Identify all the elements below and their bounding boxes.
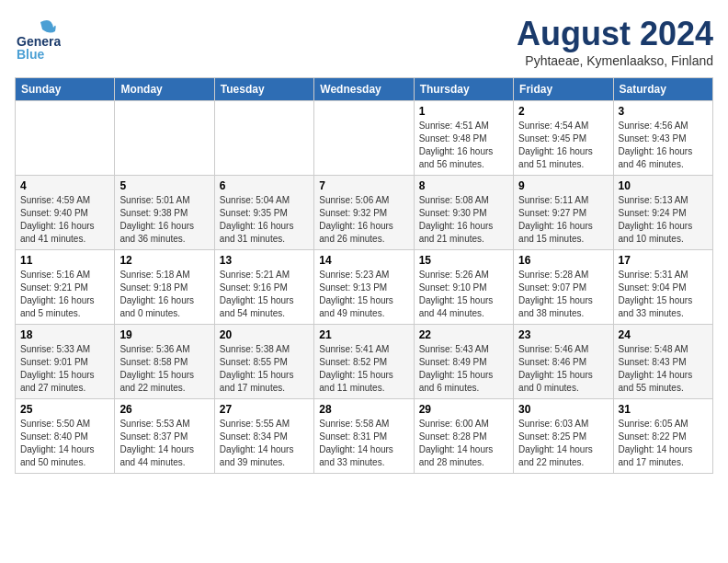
- day-cell: 2Sunrise: 4:54 AM Sunset: 9:45 PM Daylig…: [514, 101, 613, 176]
- day-info: Sunrise: 5:48 AM Sunset: 8:43 PM Dayligh…: [619, 343, 708, 395]
- day-cell: 25Sunrise: 5:50 AM Sunset: 8:40 PM Dayli…: [16, 399, 115, 474]
- day-cell: 11Sunrise: 5:16 AM Sunset: 9:21 PM Dayli…: [16, 250, 115, 325]
- day-number: 31: [619, 403, 708, 416]
- title-block: August 2024 Pyhtaeae, Kymenlaakso, Finla…: [517, 15, 713, 68]
- day-number: 14: [319, 254, 408, 267]
- day-number: 27: [220, 403, 309, 416]
- day-cell: 18Sunrise: 5:33 AM Sunset: 9:01 PM Dayli…: [16, 325, 115, 399]
- day-cell: 17Sunrise: 5:31 AM Sunset: 9:04 PM Dayli…: [613, 250, 712, 325]
- day-info: Sunrise: 5:26 AM Sunset: 9:10 PM Dayligh…: [419, 269, 508, 320]
- day-info: Sunrise: 5:18 AM Sunset: 9:18 PM Dayligh…: [119, 269, 209, 320]
- day-number: 28: [319, 403, 408, 416]
- day-number: 12: [119, 254, 209, 267]
- day-info: Sunrise: 5:33 AM Sunset: 9:01 PM Dayligh…: [20, 343, 109, 395]
- weekday-header-thursday: Thursday: [414, 78, 513, 101]
- day-cell: 28Sunrise: 5:58 AM Sunset: 8:31 PM Dayli…: [314, 399, 414, 474]
- day-info: Sunrise: 5:50 AM Sunset: 8:40 PM Dayligh…: [20, 418, 109, 469]
- day-number: 26: [119, 403, 209, 416]
- day-number: 17: [619, 254, 708, 267]
- day-info: Sunrise: 4:56 AM Sunset: 9:43 PM Dayligh…: [619, 120, 708, 171]
- day-info: Sunrise: 5:23 AM Sunset: 9:13 PM Dayligh…: [319, 269, 408, 320]
- day-cell: 12Sunrise: 5:18 AM Sunset: 9:18 PM Dayli…: [115, 250, 214, 325]
- day-number: 22: [419, 328, 508, 341]
- weekday-header-wednesday: Wednesday: [314, 78, 414, 101]
- day-cell: 21Sunrise: 5:41 AM Sunset: 8:52 PM Dayli…: [314, 325, 414, 399]
- day-number: 9: [518, 179, 608, 192]
- day-cell: [314, 101, 414, 176]
- day-cell: [214, 101, 313, 176]
- week-row-5: 25Sunrise: 5:50 AM Sunset: 8:40 PM Dayli…: [16, 399, 713, 474]
- week-row-1: 1Sunrise: 4:51 AM Sunset: 9:48 PM Daylig…: [16, 101, 713, 176]
- week-row-4: 18Sunrise: 5:33 AM Sunset: 9:01 PM Dayli…: [16, 325, 713, 399]
- day-cell: 5Sunrise: 5:01 AM Sunset: 9:38 PM Daylig…: [115, 176, 214, 250]
- day-info: Sunrise: 5:43 AM Sunset: 8:49 PM Dayligh…: [419, 343, 508, 395]
- calendar-table: SundayMondayTuesdayWednesdayThursdayFrid…: [15, 77, 713, 474]
- day-cell: 6Sunrise: 5:04 AM Sunset: 9:35 PM Daylig…: [214, 176, 313, 250]
- day-number: 11: [20, 254, 109, 267]
- day-info: Sunrise: 5:04 AM Sunset: 9:35 PM Dayligh…: [220, 194, 309, 246]
- day-info: Sunrise: 4:51 AM Sunset: 9:48 PM Dayligh…: [419, 120, 508, 171]
- day-cell: 26Sunrise: 5:53 AM Sunset: 8:37 PM Dayli…: [115, 399, 214, 474]
- day-info: Sunrise: 5:08 AM Sunset: 9:30 PM Dayligh…: [419, 194, 508, 246]
- day-number: 10: [619, 179, 708, 192]
- day-info: Sunrise: 6:00 AM Sunset: 8:28 PM Dayligh…: [419, 418, 508, 469]
- day-cell: [16, 101, 115, 176]
- day-number: 19: [119, 328, 209, 341]
- month-year-title: August 2024: [517, 15, 713, 53]
- day-info: Sunrise: 5:53 AM Sunset: 8:37 PM Dayligh…: [119, 418, 209, 469]
- weekday-header-row: SundayMondayTuesdayWednesdayThursdayFrid…: [16, 78, 713, 101]
- day-info: Sunrise: 5:46 AM Sunset: 8:46 PM Dayligh…: [518, 343, 608, 395]
- day-cell: 8Sunrise: 5:08 AM Sunset: 9:30 PM Daylig…: [414, 176, 513, 250]
- day-cell: 23Sunrise: 5:46 AM Sunset: 8:46 PM Dayli…: [514, 325, 613, 399]
- logo: GeneralBlue: [15, 15, 61, 61]
- day-number: 23: [518, 328, 608, 341]
- day-cell: 7Sunrise: 5:06 AM Sunset: 9:32 PM Daylig…: [314, 176, 414, 250]
- day-number: 6: [220, 179, 309, 192]
- day-cell: 16Sunrise: 5:28 AM Sunset: 9:07 PM Dayli…: [514, 250, 613, 325]
- day-number: 30: [518, 403, 608, 416]
- day-number: 3: [619, 105, 708, 118]
- day-number: 29: [419, 403, 508, 416]
- day-info: Sunrise: 5:41 AM Sunset: 8:52 PM Dayligh…: [319, 343, 408, 395]
- day-info: Sunrise: 4:59 AM Sunset: 9:40 PM Dayligh…: [20, 194, 109, 246]
- day-cell: 29Sunrise: 6:00 AM Sunset: 8:28 PM Dayli…: [414, 399, 513, 474]
- weekday-header-sunday: Sunday: [16, 78, 115, 101]
- day-cell: 27Sunrise: 5:55 AM Sunset: 8:34 PM Dayli…: [214, 399, 313, 474]
- day-info: Sunrise: 6:03 AM Sunset: 8:25 PM Dayligh…: [518, 418, 608, 469]
- page-header: GeneralBlue August 2024 Pyhtaeae, Kymenl…: [15, 15, 713, 68]
- day-info: Sunrise: 4:54 AM Sunset: 9:45 PM Dayligh…: [518, 120, 608, 171]
- location-subtitle: Pyhtaeae, Kymenlaakso, Finland: [517, 53, 713, 68]
- day-info: Sunrise: 5:13 AM Sunset: 9:24 PM Dayligh…: [619, 194, 708, 246]
- day-cell: 3Sunrise: 4:56 AM Sunset: 9:43 PM Daylig…: [613, 101, 712, 176]
- day-number: 24: [619, 328, 708, 341]
- week-row-3: 11Sunrise: 5:16 AM Sunset: 9:21 PM Dayli…: [16, 250, 713, 325]
- day-cell: 15Sunrise: 5:26 AM Sunset: 9:10 PM Dayli…: [414, 250, 513, 325]
- day-cell: 20Sunrise: 5:38 AM Sunset: 8:55 PM Dayli…: [214, 325, 313, 399]
- day-cell: 19Sunrise: 5:36 AM Sunset: 8:58 PM Dayli…: [115, 325, 214, 399]
- day-number: 18: [20, 328, 109, 341]
- day-number: 25: [20, 403, 109, 416]
- day-number: 20: [220, 328, 309, 341]
- day-info: Sunrise: 5:01 AM Sunset: 9:38 PM Dayligh…: [119, 194, 209, 246]
- svg-text:Blue: Blue: [17, 47, 45, 61]
- day-info: Sunrise: 5:28 AM Sunset: 9:07 PM Dayligh…: [518, 269, 608, 320]
- weekday-header-monday: Monday: [115, 78, 214, 101]
- weekday-header-saturday: Saturday: [613, 78, 712, 101]
- day-info: Sunrise: 5:55 AM Sunset: 8:34 PM Dayligh…: [220, 418, 309, 469]
- day-info: Sunrise: 5:36 AM Sunset: 8:58 PM Dayligh…: [119, 343, 209, 395]
- day-cell: [115, 101, 214, 176]
- day-cell: 30Sunrise: 6:03 AM Sunset: 8:25 PM Dayli…: [514, 399, 613, 474]
- day-cell: 22Sunrise: 5:43 AM Sunset: 8:49 PM Dayli…: [414, 325, 513, 399]
- day-number: 1: [419, 105, 508, 118]
- day-cell: 9Sunrise: 5:11 AM Sunset: 9:27 PM Daylig…: [514, 176, 613, 250]
- day-info: Sunrise: 6:05 AM Sunset: 8:22 PM Dayligh…: [619, 418, 708, 469]
- day-number: 21: [319, 328, 408, 341]
- day-cell: 10Sunrise: 5:13 AM Sunset: 9:24 PM Dayli…: [613, 176, 712, 250]
- day-cell: 24Sunrise: 5:48 AM Sunset: 8:43 PM Dayli…: [613, 325, 712, 399]
- day-info: Sunrise: 5:11 AM Sunset: 9:27 PM Dayligh…: [518, 194, 608, 246]
- day-number: 8: [419, 179, 508, 192]
- day-number: 15: [419, 254, 508, 267]
- weekday-header-friday: Friday: [514, 78, 613, 101]
- day-info: Sunrise: 5:31 AM Sunset: 9:04 PM Dayligh…: [619, 269, 708, 320]
- week-row-2: 4Sunrise: 4:59 AM Sunset: 9:40 PM Daylig…: [16, 176, 713, 250]
